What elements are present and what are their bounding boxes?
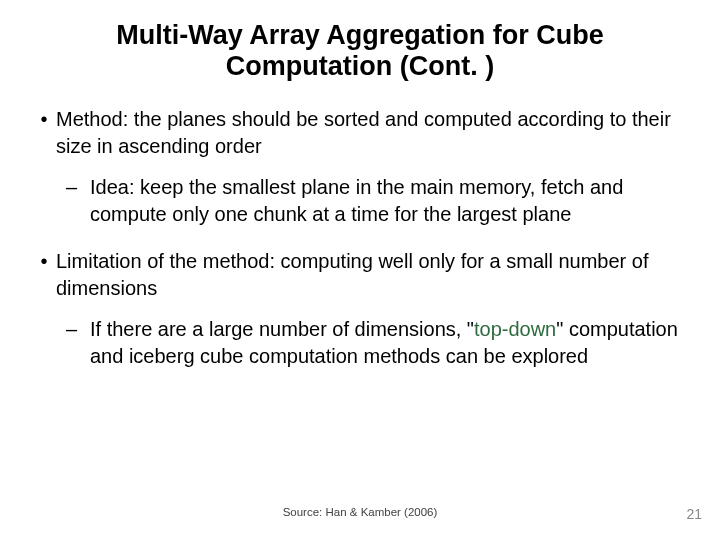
dash-marker: – bbox=[66, 316, 90, 370]
text-pre: If there are a large number of dimension… bbox=[90, 318, 474, 340]
slide: Multi-Way Array Aggregation for Cube Com… bbox=[0, 0, 720, 540]
bullet-item-1: • Method: the planes should be sorted an… bbox=[32, 106, 688, 160]
bullet-list: • Method: the planes should be sorted an… bbox=[32, 106, 688, 370]
bullet-text: Method: the planes should be sorted and … bbox=[56, 106, 688, 160]
bullet-item-2: • Limitation of the method: computing we… bbox=[32, 248, 688, 302]
slide-title: Multi-Way Array Aggregation for Cube Com… bbox=[60, 20, 660, 82]
source-citation: Source: Han & Kamber (2006) bbox=[0, 506, 720, 518]
bullet-item-2a: – If there are a large number of dimensi… bbox=[66, 316, 688, 370]
bullet-marker: • bbox=[32, 106, 56, 160]
page-number: 21 bbox=[686, 506, 702, 522]
bullet-marker: • bbox=[32, 248, 56, 302]
highlight-text: top-down bbox=[474, 318, 556, 340]
dash-marker: – bbox=[66, 174, 90, 228]
bullet-text: Limitation of the method: computing well… bbox=[56, 248, 688, 302]
bullet-text: Idea: keep the smallest plane in the mai… bbox=[90, 174, 688, 228]
bullet-text: If there are a large number of dimension… bbox=[90, 316, 688, 370]
bullet-item-1a: – Idea: keep the smallest plane in the m… bbox=[66, 174, 688, 228]
